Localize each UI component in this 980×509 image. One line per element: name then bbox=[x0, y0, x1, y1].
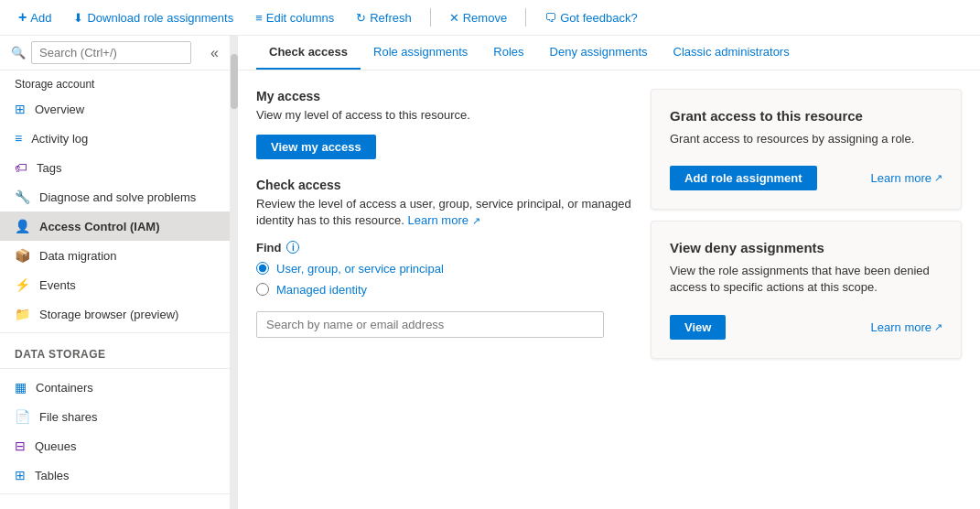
external-link-icon-3: ↗ bbox=[934, 321, 942, 333]
download-label: Download role assignments bbox=[87, 11, 233, 25]
deny-card-learn-more-link[interactable]: Learn more ↗ bbox=[871, 320, 942, 334]
sidebar-divider-3 bbox=[0, 493, 230, 494]
external-link-icon-2: ↗ bbox=[934, 172, 942, 184]
tab-roles[interactable]: Roles bbox=[480, 36, 536, 70]
collapse-button[interactable]: « bbox=[210, 45, 219, 61]
sidebar-item-diagnose-label: Diagnose and solve problems bbox=[39, 190, 196, 204]
info-icon[interactable]: i bbox=[286, 241, 299, 254]
name-search-input[interactable] bbox=[256, 311, 604, 338]
box-icon: ▦ bbox=[15, 380, 27, 395]
grant-card-learn-more-link[interactable]: Learn more ↗ bbox=[871, 171, 942, 185]
edit-columns-button[interactable]: ≡ Edit columns bbox=[248, 7, 341, 28]
content-area: Check access Role assignments Roles Deny… bbox=[238, 36, 980, 509]
check-access-section: Check access Review the level of access … bbox=[256, 178, 632, 337]
grant-card-title: Grant access to this resource bbox=[670, 108, 942, 124]
sidebar-item-browser-label: Storage browser (preview) bbox=[39, 308, 178, 321]
add-label: Add bbox=[30, 11, 51, 25]
my-access-title: My access bbox=[256, 89, 632, 103]
sidebar-scrollbar[interactable] bbox=[231, 36, 238, 509]
sidebar-item-containers[interactable]: ▦ Containers bbox=[0, 373, 230, 402]
refresh-icon: ↻ bbox=[356, 11, 366, 25]
search-input[interactable] bbox=[31, 41, 191, 64]
radio-group: User, group, or service principal Manage… bbox=[256, 262, 632, 297]
sidebar-item-tags-label: Tags bbox=[37, 161, 61, 175]
sidebar-item-events[interactable]: ⚡ Events bbox=[0, 270, 230, 299]
sidebar-item-overview[interactable]: ⊞ Overview bbox=[0, 94, 230, 124]
wrench-icon: 🔧 bbox=[15, 190, 30, 204]
search-icon: 🔍 bbox=[11, 46, 26, 60]
table-icon: ⊞ bbox=[15, 468, 26, 482]
my-access-section: My access View my level of access to thi… bbox=[256, 89, 632, 159]
add-role-assignment-button[interactable]: Add role assignment bbox=[670, 166, 817, 190]
check-access-learn-more-link[interactable]: Learn more ↗ bbox=[407, 213, 479, 227]
radio-user-group[interactable]: User, group, or service principal bbox=[256, 262, 632, 276]
sidebar-item-containers-label: Containers bbox=[36, 381, 93, 395]
remove-label: Remove bbox=[463, 11, 507, 25]
radio-managed-identity[interactable]: Managed identity bbox=[256, 283, 632, 297]
view-deny-button[interactable]: View bbox=[670, 315, 726, 340]
data-storage-header: Data storage bbox=[0, 337, 230, 364]
deny-card-desc: View the role assignments that have been… bbox=[670, 263, 942, 296]
migrate-icon: 📦 bbox=[15, 248, 30, 263]
radio-managed-identity-input[interactable] bbox=[256, 283, 269, 296]
sidebar-item-activity-log-label: Activity log bbox=[31, 132, 88, 146]
add-button[interactable]: + Add bbox=[11, 5, 59, 29]
sidebar-item-iam-label: Access Control (IAM) bbox=[39, 220, 159, 233]
check-access-title: Check access bbox=[256, 178, 632, 192]
tab-classic-admins[interactable]: Classic administrators bbox=[661, 36, 802, 70]
view-my-access-button[interactable]: View my access bbox=[256, 135, 376, 159]
sidebar-item-migration[interactable]: 📦 Data migration bbox=[0, 241, 230, 270]
tab-deny-assignments[interactable]: Deny assignments bbox=[537, 36, 661, 70]
sidebar-divider-1 bbox=[0, 332, 230, 333]
sidebar-item-diagnose[interactable]: 🔧 Diagnose and solve problems bbox=[0, 182, 230, 211]
search-box: 🔍 « bbox=[0, 36, 230, 70]
sidebar-item-fileshares[interactable]: 📄 File shares bbox=[0, 402, 230, 431]
sidebar-item-overview-label: Overview bbox=[35, 103, 84, 116]
grant-card-desc: Grant access to resources by assigning a… bbox=[670, 131, 942, 147]
toolbar: + Add ⬇ Download role assignments ≡ Edit… bbox=[0, 0, 980, 36]
sidebar-item-migration-label: Data migration bbox=[39, 249, 117, 263]
sidebar-item-iam[interactable]: 👤 Access Control (IAM) bbox=[0, 211, 230, 241]
columns-icon: ≡ bbox=[255, 11, 263, 25]
find-label: Find i bbox=[256, 241, 632, 254]
check-access-desc: Review the level of access a user, group… bbox=[256, 196, 632, 229]
security-header: Security + networking bbox=[0, 498, 230, 509]
sidebar: 🔍 « Storage account ⊞ Overview ≡ Activit… bbox=[0, 36, 231, 509]
tab-check-access[interactable]: Check access bbox=[256, 36, 361, 70]
feedback-button[interactable]: 🗨 Got feedback? bbox=[537, 7, 645, 28]
download-button[interactable]: ⬇ Download role assignments bbox=[66, 7, 241, 28]
bolt-icon: ⚡ bbox=[15, 277, 30, 292]
toolbar-divider-1 bbox=[430, 8, 431, 27]
sidebar-item-activity-log[interactable]: ≡ Activity log bbox=[0, 124, 230, 153]
external-link-icon: ↗ bbox=[472, 215, 480, 226]
grid-icon: ⊞ bbox=[15, 102, 26, 116]
refresh-button[interactable]: ↻ Refresh bbox=[349, 7, 419, 28]
content-body: My access View my level of access to thi… bbox=[238, 70, 980, 509]
sidebar-item-queues[interactable]: ⊟ Queues bbox=[0, 431, 230, 460]
my-access-desc: View my level of access to this resource… bbox=[256, 107, 632, 124]
person-icon: 👤 bbox=[15, 219, 30, 233]
file-icon: 📄 bbox=[15, 409, 30, 424]
sidebar-item-tables[interactable]: ⊞ Tables bbox=[0, 460, 230, 490]
remove-button[interactable]: ✕ Remove bbox=[442, 7, 514, 28]
sidebar-divider-2 bbox=[0, 368, 230, 369]
download-icon: ⬇ bbox=[73, 11, 83, 25]
sidebar-item-events-label: Events bbox=[39, 278, 76, 292]
tab-role-assignments[interactable]: Role assignments bbox=[361, 36, 480, 70]
tab-bar: Check access Role assignments Roles Deny… bbox=[238, 36, 980, 70]
folder-icon: 📁 bbox=[15, 307, 30, 321]
sidebar-scroll-thumb[interactable] bbox=[231, 54, 238, 109]
sidebar-item-tables-label: Tables bbox=[35, 469, 70, 482]
radio-user-group-input[interactable] bbox=[256, 262, 269, 275]
remove-icon: ✕ bbox=[449, 11, 459, 25]
deny-card-footer: View Learn more ↗ bbox=[670, 315, 942, 340]
sidebar-item-queues-label: Queues bbox=[35, 439, 77, 453]
queue-icon: ⊟ bbox=[15, 439, 26, 453]
plus-icon: + bbox=[18, 9, 27, 26]
sidebar-item-tags[interactable]: 🏷 Tags bbox=[0, 153, 230, 182]
left-panel: My access View my level of access to thi… bbox=[256, 89, 632, 491]
refresh-label: Refresh bbox=[370, 11, 412, 25]
storage-account-label: Storage account bbox=[0, 70, 230, 94]
sidebar-item-browser[interactable]: 📁 Storage browser (preview) bbox=[0, 299, 230, 329]
edit-columns-label: Edit columns bbox=[266, 11, 334, 25]
